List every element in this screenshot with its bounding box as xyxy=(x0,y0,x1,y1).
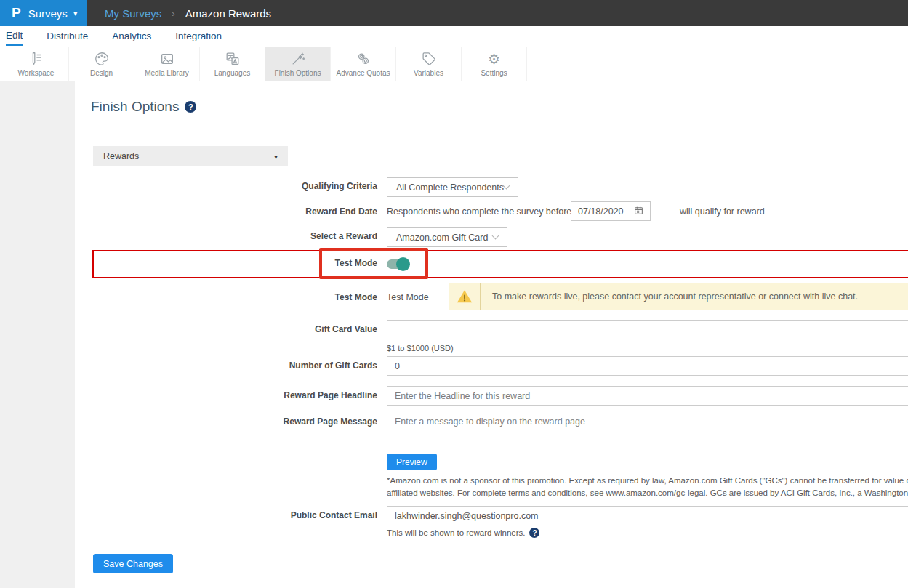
toolbar-tab-workspace[interactable]: Workspace xyxy=(4,47,69,81)
section-nav: Edit Distribute Analytics Integration xyxy=(0,26,908,47)
toolbar-tab-media-library[interactable]: Media Library xyxy=(134,47,200,81)
disclaimer-line-1: *Amazon.com is not a sponsor of this pro… xyxy=(387,475,908,487)
calendar-icon[interactable] xyxy=(634,206,643,217)
gift-card-value-hint: $1 to $1000 (USD) xyxy=(387,344,454,353)
app-menu-surveys[interactable]: P Surveys ▾ xyxy=(0,0,87,26)
chevron-down-icon xyxy=(503,182,510,190)
nav-item-analytics[interactable]: Analytics xyxy=(112,28,151,45)
image-icon xyxy=(159,51,175,67)
toolbar-tab-finish-options[interactable]: Finish Options xyxy=(265,47,331,81)
save-divider xyxy=(93,544,908,544)
reward-end-date-suffix: will qualify for reward xyxy=(680,206,765,217)
chevron-down-icon xyxy=(492,233,499,240)
breadcrumb-current: Amazon Rewards xyxy=(185,7,271,20)
public-contact-email-hint: This will be shown to reward winners. xyxy=(387,528,525,537)
warning-triangle-icon xyxy=(449,283,481,310)
nav-item-distribute[interactable]: Distribute xyxy=(47,28,88,45)
nav-item-integration[interactable]: Integration xyxy=(175,28,222,45)
breadcrumb-separator: › xyxy=(172,8,174,19)
chain-links-icon xyxy=(355,51,371,67)
nav-item-edit[interactable]: Edit xyxy=(6,27,23,46)
palette-icon xyxy=(94,51,110,67)
tag-icon xyxy=(421,51,437,67)
toolbar-tab-languages[interactable]: Languages xyxy=(200,47,265,81)
reward-page-message-label: Reward Page Message xyxy=(75,416,377,427)
reward-page-message-textarea[interactable] xyxy=(387,411,908,448)
warning-text: To make rewards live, please contact you… xyxy=(481,291,858,302)
amazon-disclaimer: *Amazon.com is not a sponsor of this pro… xyxy=(387,475,908,499)
questionpro-logo: P xyxy=(12,5,21,21)
gift-card-value-label: Gift Card Value xyxy=(75,324,377,334)
test-mode-toggle-label: Test Mode xyxy=(75,258,377,268)
qualifying-criteria-select[interactable]: All Complete Respondents xyxy=(387,177,518,197)
reward-end-date-prefix: Respondents who complete the survey befo… xyxy=(387,206,571,217)
select-reward-select[interactable]: Amazon.com Gift Card xyxy=(387,227,507,247)
rewards-section-dropdown[interactable]: Rewards ▾ xyxy=(93,146,288,166)
warning-banner: To make rewards live, please contact you… xyxy=(449,283,908,310)
page-title: Finish Options xyxy=(91,99,179,115)
gift-card-value-input[interactable] xyxy=(387,320,908,339)
title-divider xyxy=(75,124,908,124)
number-of-gift-cards-label: Number of Gift Cards xyxy=(75,361,377,371)
workspace-icon xyxy=(28,51,44,67)
caret-down-icon: ▾ xyxy=(274,153,278,161)
toggle-knob xyxy=(396,257,410,271)
breadcrumb-my-surveys[interactable]: My Surveys xyxy=(105,7,161,20)
number-of-gift-cards-input[interactable] xyxy=(387,356,908,376)
test-mode-status-label: Test Mode xyxy=(75,292,377,302)
gear-icon: ⚙ xyxy=(488,51,500,67)
magic-wand-icon xyxy=(290,51,306,67)
finish-options-panel: Finish Options ? Rewards ▾ Qualifying Cr… xyxy=(75,81,908,588)
reward-end-date-label: Reward End Date xyxy=(75,206,377,217)
qualifying-criteria-label: Qualifying Criteria xyxy=(75,181,377,191)
reward-page-headline-input[interactable] xyxy=(387,386,908,406)
help-icon[interactable]: ? xyxy=(529,528,539,538)
help-icon[interactable]: ? xyxy=(185,101,196,113)
test-mode-toggle[interactable] xyxy=(387,259,408,269)
select-reward-label: Select a Reward xyxy=(75,231,377,241)
translate-icon xyxy=(225,51,241,67)
toolbar-tab-variables[interactable]: Variables xyxy=(396,47,462,81)
left-rail xyxy=(0,81,75,588)
chevron-down-icon: ▾ xyxy=(73,9,78,18)
app-menu-label: Surveys xyxy=(28,7,68,20)
edit-toolbar: Workspace Design Media Library Languages… xyxy=(0,47,908,81)
public-contact-email-label: Public Contact Email xyxy=(75,510,377,520)
breadcrumb: My Surveys › Amazon Rewards xyxy=(87,0,271,26)
toolbar-tab-design[interactable]: Design xyxy=(69,47,134,81)
top-bar: P Surveys ▾ My Surveys › Amazon Rewards xyxy=(0,0,908,26)
reward-page-headline-label: Reward Page Headline xyxy=(75,390,377,400)
test-mode-status-value: Test Mode xyxy=(387,292,429,302)
save-changes-button[interactable]: Save Changes xyxy=(93,554,173,573)
toolbar-tab-settings[interactable]: ⚙ Settings xyxy=(462,47,527,81)
preview-button[interactable]: Preview xyxy=(387,454,437,470)
reward-end-date-input[interactable]: 07/18/2020 xyxy=(571,201,651,221)
toolbar-tab-advance-quotas[interactable]: Advance Quotas xyxy=(331,47,396,81)
rewards-dropdown-value: Rewards xyxy=(103,151,139,161)
public-contact-email-input[interactable] xyxy=(387,506,908,525)
disclaimer-line-2: affiliated websites. For complete terms … xyxy=(387,487,908,499)
